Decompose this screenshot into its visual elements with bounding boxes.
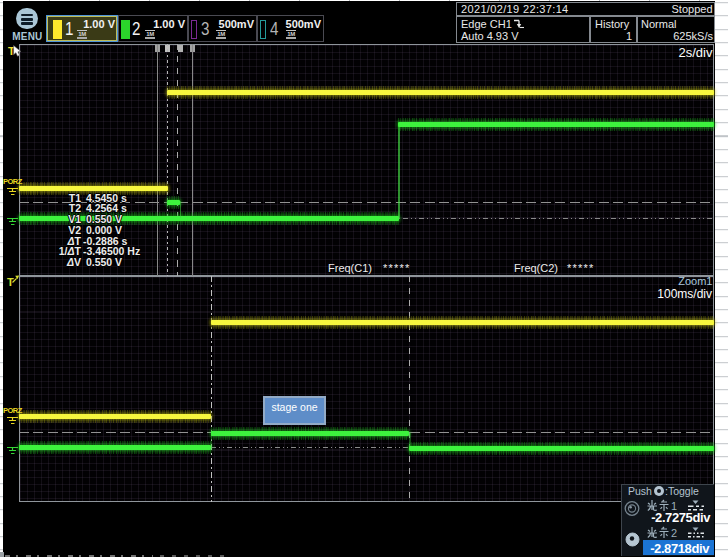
svg-text:2: 2 — [671, 527, 677, 539]
